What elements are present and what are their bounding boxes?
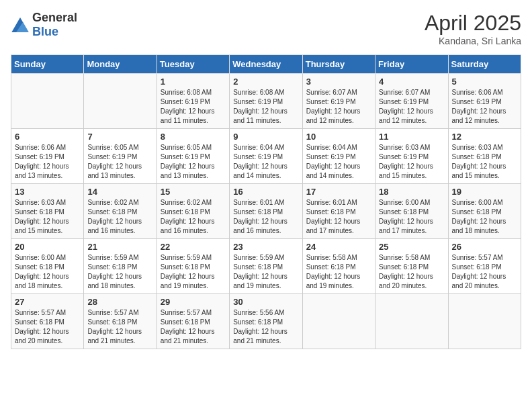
day-number: 14 (87, 187, 152, 197)
day-number: 12 (452, 132, 517, 142)
day-info: Sunrise: 6:00 AM Sunset: 6:18 PM Dayligh… (452, 198, 517, 236)
calendar-subtitle: Kandana, Sri Lanka (425, 36, 521, 46)
day-info: Sunrise: 6:05 AM Sunset: 6:19 PM Dayligh… (161, 143, 226, 181)
logo-icon (11, 17, 30, 32)
day-number: 9 (233, 132, 298, 142)
day-number: 18 (379, 187, 444, 197)
day-info: Sunrise: 6:05 AM Sunset: 6:19 PM Dayligh… (87, 143, 152, 181)
day-info: Sunrise: 5:57 AM Sunset: 6:18 PM Dayligh… (15, 308, 80, 346)
day-number: 17 (306, 187, 371, 197)
day-header-wednesday: Wednesday (230, 55, 302, 74)
calendar-cell: 4Sunrise: 6:07 AM Sunset: 6:19 PM Daylig… (375, 74, 448, 129)
day-info: Sunrise: 5:57 AM Sunset: 6:18 PM Dayligh… (452, 253, 517, 291)
day-info: Sunrise: 6:02 AM Sunset: 6:18 PM Dayligh… (87, 198, 152, 236)
calendar-cell: 10Sunrise: 6:04 AM Sunset: 6:19 PM Dayli… (302, 129, 375, 184)
calendar-cell (375, 294, 448, 349)
day-number: 11 (379, 132, 444, 142)
logo-general-text: General (32, 11, 77, 24)
day-info: Sunrise: 6:04 AM Sunset: 6:19 PM Dayligh… (233, 143, 298, 181)
day-info: Sunrise: 6:00 AM Sunset: 6:18 PM Dayligh… (15, 253, 80, 291)
calendar-cell: 12Sunrise: 6:03 AM Sunset: 6:18 PM Dayli… (448, 129, 521, 184)
day-header-saturday: Saturday (448, 55, 521, 74)
calendar-cell: 11Sunrise: 6:03 AM Sunset: 6:19 PM Dayli… (375, 129, 448, 184)
day-info: Sunrise: 6:07 AM Sunset: 6:19 PM Dayligh… (379, 88, 444, 126)
day-number: 13 (15, 187, 80, 197)
day-header-friday: Friday (375, 55, 448, 74)
day-info: Sunrise: 5:58 AM Sunset: 6:18 PM Dayligh… (306, 253, 371, 291)
calendar-cell: 26Sunrise: 5:57 AM Sunset: 6:18 PM Dayli… (448, 239, 521, 294)
calendar-cell: 29Sunrise: 5:57 AM Sunset: 6:18 PM Dayli… (157, 294, 229, 349)
day-info: Sunrise: 5:57 AM Sunset: 6:18 PM Dayligh… (161, 308, 226, 346)
calendar-week-4: 20Sunrise: 6:00 AM Sunset: 6:18 PM Dayli… (11, 239, 521, 294)
day-number: 3 (306, 77, 371, 87)
day-info: Sunrise: 6:00 AM Sunset: 6:18 PM Dayligh… (379, 198, 444, 236)
calendar-week-2: 6Sunrise: 6:06 AM Sunset: 6:19 PM Daylig… (11, 129, 521, 184)
calendar-cell: 19Sunrise: 6:00 AM Sunset: 6:18 PM Dayli… (448, 184, 521, 239)
calendar-cell: 5Sunrise: 6:06 AM Sunset: 6:19 PM Daylig… (448, 74, 521, 129)
calendar-cell: 28Sunrise: 5:57 AM Sunset: 6:18 PM Dayli… (84, 294, 157, 349)
day-number: 20 (15, 242, 80, 252)
day-info: Sunrise: 6:03 AM Sunset: 6:18 PM Dayligh… (15, 198, 80, 236)
day-info: Sunrise: 6:06 AM Sunset: 6:19 PM Dayligh… (452, 88, 517, 126)
day-info: Sunrise: 6:08 AM Sunset: 6:19 PM Dayligh… (233, 88, 298, 126)
day-info: Sunrise: 6:03 AM Sunset: 6:19 PM Dayligh… (379, 143, 444, 181)
day-number: 15 (161, 187, 226, 197)
title-area: April 2025 Kandana, Sri Lanka (425, 11, 521, 46)
day-number: 6 (15, 132, 80, 142)
calendar-cell: 21Sunrise: 5:59 AM Sunset: 6:18 PM Dayli… (84, 239, 157, 294)
day-number: 26 (452, 242, 517, 252)
day-header-sunday: Sunday (11, 55, 84, 74)
day-info: Sunrise: 6:02 AM Sunset: 6:18 PM Dayligh… (161, 198, 226, 236)
day-number: 4 (379, 77, 444, 87)
day-header-tuesday: Tuesday (157, 55, 229, 74)
day-info: Sunrise: 5:59 AM Sunset: 6:18 PM Dayligh… (87, 253, 152, 291)
calendar-cell: 1Sunrise: 6:08 AM Sunset: 6:19 PM Daylig… (157, 74, 229, 129)
calendar-week-3: 13Sunrise: 6:03 AM Sunset: 6:18 PM Dayli… (11, 184, 521, 239)
day-number: 10 (306, 132, 371, 142)
calendar-cell (302, 294, 375, 349)
calendar-cell: 2Sunrise: 6:08 AM Sunset: 6:19 PM Daylig… (230, 74, 302, 129)
calendar-cell: 24Sunrise: 5:58 AM Sunset: 6:18 PM Dayli… (302, 239, 375, 294)
day-number: 19 (452, 187, 517, 197)
calendar-cell: 14Sunrise: 6:02 AM Sunset: 6:18 PM Dayli… (84, 184, 157, 239)
calendar-cell: 23Sunrise: 5:59 AM Sunset: 6:18 PM Dayli… (230, 239, 302, 294)
calendar-cell: 15Sunrise: 6:02 AM Sunset: 6:18 PM Dayli… (157, 184, 229, 239)
day-info: Sunrise: 6:04 AM Sunset: 6:19 PM Dayligh… (306, 143, 371, 181)
calendar-cell: 8Sunrise: 6:05 AM Sunset: 6:19 PM Daylig… (157, 129, 229, 184)
day-number: 16 (233, 187, 298, 197)
day-info: Sunrise: 5:59 AM Sunset: 6:18 PM Dayligh… (233, 253, 298, 291)
day-number: 22 (161, 242, 226, 252)
day-number: 24 (306, 242, 371, 252)
day-info: Sunrise: 6:01 AM Sunset: 6:18 PM Dayligh… (306, 198, 371, 236)
day-info: Sunrise: 5:57 AM Sunset: 6:18 PM Dayligh… (87, 308, 152, 346)
calendar-cell: 20Sunrise: 6:00 AM Sunset: 6:18 PM Dayli… (11, 239, 84, 294)
calendar-cell: 6Sunrise: 6:06 AM Sunset: 6:19 PM Daylig… (11, 129, 84, 184)
day-info: Sunrise: 5:59 AM Sunset: 6:18 PM Dayligh… (161, 253, 226, 291)
day-info: Sunrise: 5:56 AM Sunset: 6:18 PM Dayligh… (233, 308, 298, 346)
calendar-cell: 25Sunrise: 5:58 AM Sunset: 6:18 PM Dayli… (375, 239, 448, 294)
day-number: 7 (87, 132, 152, 142)
logo: General Blue (11, 11, 77, 39)
calendar-cell: 30Sunrise: 5:56 AM Sunset: 6:18 PM Dayli… (230, 294, 302, 349)
calendar-cell: 18Sunrise: 6:00 AM Sunset: 6:18 PM Dayli… (375, 184, 448, 239)
day-number: 5 (452, 77, 517, 87)
day-header-row: SundayMondayTuesdayWednesdayThursdayFrid… (11, 55, 521, 74)
calendar-week-5: 27Sunrise: 5:57 AM Sunset: 6:18 PM Dayli… (11, 294, 521, 349)
calendar-cell (448, 294, 521, 349)
calendar-cell: 16Sunrise: 6:01 AM Sunset: 6:18 PM Dayli… (230, 184, 302, 239)
header: General Blue April 2025 Kandana, Sri Lan… (11, 11, 521, 46)
calendar-cell: 7Sunrise: 6:05 AM Sunset: 6:19 PM Daylig… (84, 129, 157, 184)
calendar-cell: 27Sunrise: 5:57 AM Sunset: 6:18 PM Dayli… (11, 294, 84, 349)
calendar-title: April 2025 (425, 11, 521, 36)
day-info: Sunrise: 6:01 AM Sunset: 6:18 PM Dayligh… (233, 198, 298, 236)
day-info: Sunrise: 6:07 AM Sunset: 6:19 PM Dayligh… (306, 88, 371, 126)
day-info: Sunrise: 6:03 AM Sunset: 6:18 PM Dayligh… (452, 143, 517, 181)
day-number: 29 (161, 297, 226, 307)
day-number: 2 (233, 77, 298, 87)
calendar-cell: 3Sunrise: 6:07 AM Sunset: 6:19 PM Daylig… (302, 74, 375, 129)
logo-blue-text: Blue (32, 25, 58, 38)
calendar-cell: 9Sunrise: 6:04 AM Sunset: 6:19 PM Daylig… (230, 129, 302, 184)
calendar-table: SundayMondayTuesdayWednesdayThursdayFrid… (11, 54, 521, 349)
day-number: 23 (233, 242, 298, 252)
day-number: 21 (87, 242, 152, 252)
